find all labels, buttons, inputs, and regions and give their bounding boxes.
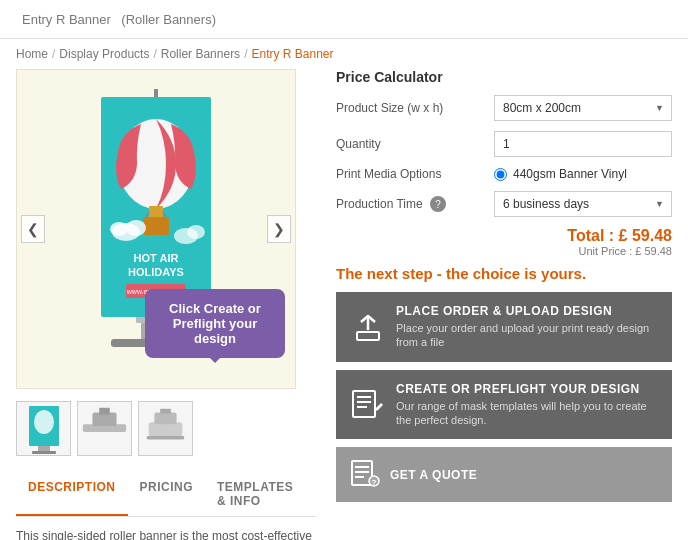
breadcrumb-home[interactable]: Home	[16, 47, 48, 61]
svg-rect-28	[160, 408, 171, 413]
create-preflight-desc: Our range of mask templates will help yo…	[396, 399, 658, 428]
production-time-label-text: Production Time	[336, 197, 423, 211]
tab-description[interactable]: DESCRIPTION	[16, 472, 128, 516]
production-time-label: Production Time ?	[336, 196, 486, 212]
svg-point-9	[110, 222, 128, 236]
tab-pricing[interactable]: PRICING	[128, 472, 206, 516]
svg-rect-31	[353, 391, 375, 417]
breadcrumb-sep1: /	[52, 47, 55, 61]
svg-rect-29	[147, 435, 185, 439]
product-size-select[interactable]: 80cm x 200cm 85cm x 200cm 100cm x 200cm	[494, 95, 672, 121]
quantity-row: Quantity	[336, 131, 672, 157]
svg-rect-33	[357, 401, 371, 403]
breadcrumb-current: Entry R Banner	[251, 47, 333, 61]
unit-price: Unit Price : £ 59.48	[336, 245, 672, 257]
upload-icon	[350, 309, 386, 345]
svg-rect-27	[154, 412, 176, 424]
svg-rect-34	[357, 406, 367, 408]
breadcrumb-sep3: /	[244, 47, 247, 61]
page-title-text: Entry R Banner	[22, 12, 111, 27]
tabs-area: DESCRIPTION PRICING TEMPLATES & INFO	[16, 472, 316, 517]
production-time-help-icon[interactable]: ?	[430, 196, 446, 212]
breadcrumb: Home / Display Products / Roller Banners…	[0, 39, 688, 69]
svg-point-11	[187, 225, 205, 239]
svg-rect-25	[99, 407, 110, 414]
svg-rect-26	[149, 422, 183, 435]
calculator-title: Price Calculator	[336, 69, 672, 85]
right-column: Price Calculator Product Size (w x h) 80…	[336, 69, 672, 540]
create-preflight-title: CREATE OR PREFLIGHT YOUR DESIGN	[396, 382, 658, 396]
page-subtitle: (Roller Banners)	[121, 12, 216, 27]
breadcrumb-sep2: /	[153, 47, 156, 61]
image-next-arrow[interactable]: ❯	[267, 215, 291, 243]
quantity-input[interactable]	[494, 131, 672, 157]
quantity-label: Quantity	[336, 137, 486, 151]
tooltip-bubble: Click Create or Preflight your design	[145, 289, 285, 358]
get-quote-title: GET A QUOTE	[390, 468, 477, 482]
description-content: This single-sided roller banner is the m…	[16, 529, 312, 540]
svg-rect-37	[355, 466, 369, 468]
thumbnails	[16, 397, 316, 460]
image-prev-arrow[interactable]: ❮	[21, 215, 45, 243]
product-image-area: ❮	[16, 69, 296, 389]
print-media-radio[interactable]	[494, 168, 507, 181]
thumbnail-3[interactable]	[138, 401, 193, 456]
create-preflight-text: CREATE OR PREFLIGHT YOUR DESIGN Our rang…	[396, 382, 658, 428]
arrow-right-icon: ❯	[273, 221, 285, 237]
edit-design-icon	[350, 386, 386, 422]
svg-rect-38	[355, 471, 369, 473]
place-order-text: PLACE ORDER & UPLOAD DESIGN Place your o…	[396, 304, 658, 350]
place-order-button[interactable]: PLACE ORDER & UPLOAD DESIGN Place your o…	[336, 292, 672, 362]
total-price-text: Total : £ 59.48	[567, 227, 672, 244]
svg-rect-32	[357, 396, 371, 398]
thumbnail-2[interactable]	[77, 401, 132, 456]
product-size-label: Product Size (w x h)	[336, 101, 486, 115]
svg-point-8	[126, 220, 146, 236]
svg-marker-35	[375, 403, 383, 411]
svg-rect-22	[32, 451, 56, 454]
place-order-title: PLACE ORDER & UPLOAD DESIGN	[396, 304, 658, 318]
production-time-select[interactable]: 6 business days 4 business days 2 busine…	[494, 191, 672, 217]
unit-price-text: Unit Price : £ 59.48	[578, 245, 672, 257]
page-title: Entry R Banner (Roller Banners)	[16, 10, 672, 28]
print-media-row: Print Media Options 440gsm Banner Vinyl	[336, 167, 672, 181]
production-time-select-wrapper: 6 business days 4 business days 2 busine…	[494, 191, 672, 217]
print-media-options: 440gsm Banner Vinyl	[494, 167, 672, 181]
create-preflight-button[interactable]: CREATE OR PREFLIGHT YOUR DESIGN Our rang…	[336, 370, 672, 440]
svg-rect-4	[143, 217, 169, 235]
svg-rect-24	[92, 412, 116, 425]
breadcrumb-roller-banners[interactable]: Roller Banners	[161, 47, 240, 61]
quote-icon: ?	[350, 459, 380, 490]
production-time-row: Production Time ? 6 business days 4 busi…	[336, 191, 672, 217]
quantity-input-wrapper	[494, 131, 672, 157]
left-column: ❮	[16, 69, 316, 540]
total-area: Total : £ 59.48 Unit Price : £ 59.48	[336, 227, 672, 257]
product-size-row: Product Size (w x h) 80cm x 200cm 85cm x…	[336, 95, 672, 121]
svg-rect-39	[355, 476, 364, 478]
total-price: Total : £ 59.48	[336, 227, 672, 245]
print-media-label: Print Media Options	[336, 167, 486, 181]
tooltip-text: Click Create or Preflight your design	[169, 301, 261, 346]
tab-templates[interactable]: TEMPLATES & INFO	[205, 472, 316, 516]
arrow-left-icon: ❮	[27, 221, 39, 237]
svg-rect-3	[149, 206, 163, 218]
page-header: Entry R Banner (Roller Banners)	[0, 0, 688, 39]
print-media-radio-label[interactable]: 440gsm Banner Vinyl	[494, 167, 672, 181]
cta-headline: The next step - the choice is yours.	[336, 265, 672, 282]
description-text: This single-sided roller banner is the m…	[16, 527, 316, 540]
thumb3-svg	[139, 404, 192, 454]
svg-rect-0	[154, 89, 158, 97]
price-calculator: Price Calculator Product Size (w x h) 80…	[336, 69, 672, 502]
svg-text:HOT AIR: HOT AIR	[134, 252, 179, 264]
thumb2-svg	[78, 404, 131, 454]
svg-text:?: ?	[372, 478, 377, 487]
thumb1-svg	[24, 404, 64, 454]
svg-point-20	[34, 410, 54, 434]
thumbnail-1[interactable]	[16, 401, 71, 456]
product-size-select-wrapper: 80cm x 200cm 85cm x 200cm 100cm x 200cm	[494, 95, 672, 121]
get-quote-button[interactable]: ? GET A QUOTE	[336, 447, 672, 502]
print-media-value-text: 440gsm Banner Vinyl	[513, 167, 627, 181]
svg-rect-30	[357, 332, 379, 340]
breadcrumb-display-products[interactable]: Display Products	[59, 47, 149, 61]
svg-text:HOLIDAYS: HOLIDAYS	[128, 266, 184, 278]
